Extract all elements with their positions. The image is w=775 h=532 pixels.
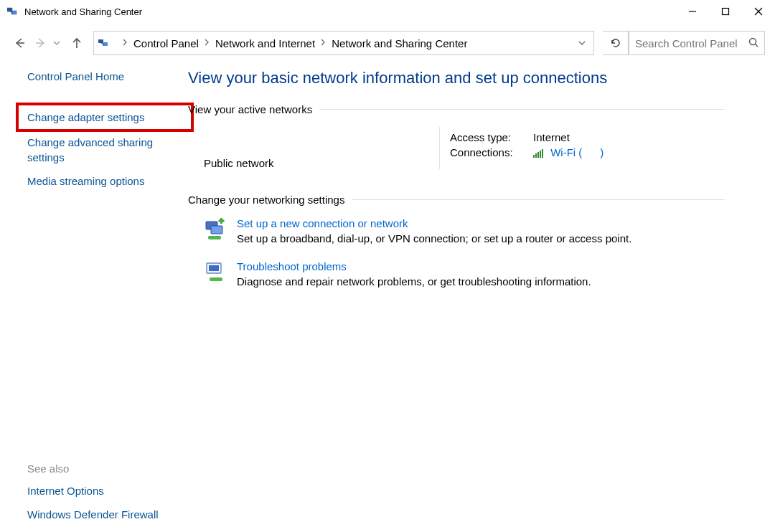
active-network-panel: Public network Access type: Internet Con… bbox=[188, 127, 725, 169]
sidebar-change-advanced-sharing[interactable]: Change advanced sharing settings bbox=[27, 135, 179, 165]
maximize-button[interactable] bbox=[709, 0, 742, 23]
setting-setup-connection[interactable]: Set up a new connection or network Set u… bbox=[188, 217, 725, 244]
svg-rect-19 bbox=[542, 149, 543, 158]
svg-rect-21 bbox=[211, 226, 222, 234]
titlebar: Network and Sharing Center bbox=[0, 0, 775, 23]
svg-rect-25 bbox=[208, 236, 221, 239]
networking-settings-header: Change your networking settings bbox=[188, 194, 725, 206]
setting-setup-connection-title: Set up a new connection or network bbox=[237, 217, 631, 229]
active-networks-header-text: View your active networks bbox=[188, 103, 312, 115]
wifi-signal-icon bbox=[533, 148, 545, 160]
see-also-defender-firewall[interactable]: Windows Defender Firewall bbox=[27, 507, 159, 522]
setting-setup-connection-desc: Set up a broadband, dial-up, or VPN conn… bbox=[237, 232, 631, 244]
svg-rect-15 bbox=[533, 155, 535, 158]
setting-troubleshoot[interactable]: Troubleshoot problems Diagnose and repai… bbox=[188, 260, 725, 288]
address-dropdown[interactable] bbox=[575, 39, 589, 47]
back-button[interactable] bbox=[10, 34, 29, 52]
access-type-label: Access type: bbox=[450, 131, 533, 143]
breadcrumb-control-panel[interactable]: Control Panel bbox=[133, 37, 199, 49]
access-type-value: Internet bbox=[533, 131, 570, 143]
close-button[interactable] bbox=[742, 0, 775, 23]
chevron-right-icon bbox=[123, 39, 128, 47]
setting-troubleshoot-desc: Diagnose and repair network problems, or… bbox=[237, 275, 591, 288]
svg-rect-4 bbox=[723, 9, 729, 15]
svg-line-14 bbox=[756, 44, 758, 47]
refresh-button[interactable] bbox=[603, 31, 629, 55]
svg-rect-28 bbox=[210, 277, 222, 281]
history-dropdown[interactable] bbox=[53, 39, 60, 47]
see-also-internet-options[interactable]: Internet Options bbox=[27, 483, 159, 498]
search-icon bbox=[748, 37, 758, 49]
page-title: View your basic network information and … bbox=[188, 69, 725, 87]
svg-rect-16 bbox=[535, 153, 537, 158]
setup-connection-icon bbox=[204, 217, 228, 242]
connection-name-prefix: Wi-Fi ( bbox=[550, 146, 582, 158]
see-also-label: See also bbox=[27, 462, 159, 475]
connection-name-suffix: ) bbox=[600, 146, 603, 158]
active-networks-header: View your active networks bbox=[188, 103, 725, 115]
main-content: View your basic network information and … bbox=[188, 69, 775, 303]
connections-label: Connections: bbox=[450, 146, 533, 160]
address-icon bbox=[98, 37, 111, 49]
search-input[interactable]: Search Control Panel bbox=[629, 31, 765, 55]
forward-button[interactable] bbox=[32, 34, 50, 52]
sidebar-home[interactable]: Control Panel Home bbox=[27, 69, 179, 84]
breadcrumb-network-internet[interactable]: Network and Internet bbox=[215, 37, 315, 49]
breadcrumb-network-sharing[interactable]: Network and Sharing Center bbox=[332, 37, 467, 49]
setting-troubleshoot-title: Troubleshoot problems bbox=[237, 260, 591, 272]
svg-rect-27 bbox=[209, 265, 219, 271]
network-category: Public network bbox=[204, 157, 439, 169]
connections-value[interactable]: Wi-Fi ( ) bbox=[533, 146, 603, 160]
chevron-right-icon bbox=[321, 39, 326, 47]
chevron-right-icon bbox=[205, 39, 210, 47]
svg-point-13 bbox=[750, 38, 756, 44]
svg-rect-17 bbox=[537, 152, 539, 158]
nav-row: Control Panel Network and Internet Netwo… bbox=[0, 30, 775, 56]
sidebar: Control Panel Home Change adapter settin… bbox=[0, 69, 188, 303]
sidebar-media-streaming[interactable]: Media streaming options bbox=[27, 174, 179, 189]
app-icon bbox=[7, 5, 20, 18]
sidebar-change-adapter[interactable]: Change adapter settings bbox=[16, 103, 194, 132]
troubleshoot-icon bbox=[204, 260, 228, 285]
networking-settings-header-text: Change your networking settings bbox=[188, 194, 344, 206]
up-button[interactable] bbox=[67, 34, 86, 52]
search-placeholder: Search Control Panel bbox=[635, 37, 738, 49]
svg-rect-18 bbox=[540, 151, 541, 158]
address-bar[interactable]: Control Panel Network and Internet Netwo… bbox=[93, 31, 594, 55]
svg-rect-10 bbox=[98, 39, 103, 43]
minimize-button[interactable] bbox=[676, 0, 709, 23]
window-title: Network and Sharing Center bbox=[24, 6, 142, 17]
